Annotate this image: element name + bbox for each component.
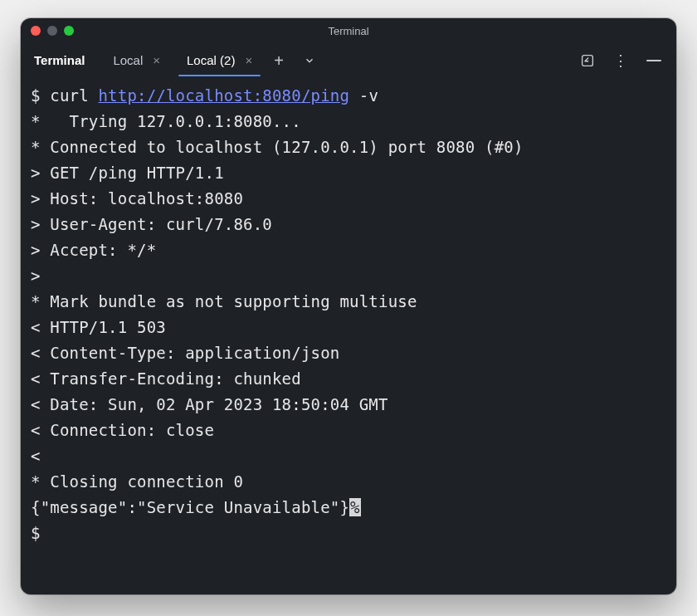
terminal-window: Terminal Terminal Local × Local (2) × + — [21, 18, 676, 594]
response-body: {"message":"Service Unavailable"} — [31, 498, 349, 516]
close-window-button[interactable] — [31, 26, 41, 36]
output-line: < HTTP/1.1 503 — [31, 318, 166, 336]
command-text: curl — [50, 86, 98, 105]
output-line: * Trying 127.0.0.1:8080... — [31, 112, 301, 130]
panel-icon — [580, 53, 595, 68]
output-line: * Closing connection 0 — [31, 472, 243, 491]
chevron-down-icon — [304, 55, 315, 66]
window-controls-right: ⋮ — [580, 53, 668, 68]
prompt: $ — [31, 86, 50, 105]
output-line: > GET /ping HTTP/1.1 — [31, 164, 224, 182]
prompt: $ — [31, 524, 41, 542]
output-line: < Content-Type: application/json — [31, 344, 339, 362]
tab-local-2[interactable]: Local (2) × — [173, 46, 262, 76]
output-line: * Connected to localhost (127.0.0.1) por… — [31, 138, 524, 156]
output-line: > User-Agent: curl/7.86.0 — [31, 215, 272, 233]
traffic-lights — [31, 26, 74, 36]
command-flags: -v — [349, 86, 378, 105]
close-icon[interactable]: × — [151, 54, 162, 66]
close-icon[interactable]: × — [243, 54, 254, 66]
output-line: > — [31, 266, 41, 285]
panel-toggle-button[interactable] — [580, 53, 595, 68]
minimize-window-button[interactable] — [47, 26, 57, 36]
new-tab-button[interactable]: + — [266, 49, 292, 72]
no-newline-indicator: % — [349, 498, 361, 516]
svg-rect-0 — [582, 56, 593, 66]
tab-label: Local (2) — [187, 53, 235, 67]
output-line: < Transfer-Encoding: chunked — [31, 369, 301, 388]
terminal-dropdown[interactable]: Terminal — [29, 46, 96, 76]
output-line: > Host: localhost:8080 — [31, 189, 243, 208]
output-line: < Date: Sun, 02 Apr 2023 18:50:04 GMT — [31, 395, 388, 413]
command-url: http://localhost:8080/ping — [98, 86, 349, 105]
window-titlebar: Terminal — [21, 18, 676, 43]
minus-icon — [646, 60, 661, 61]
output-line: * Mark bundle as not supporting multiuse — [31, 292, 417, 310]
tab-menu-button[interactable] — [295, 51, 324, 70]
window-title: Terminal — [21, 25, 676, 37]
tab-local-1[interactable]: Local × — [100, 46, 170, 76]
kebab-icon: ⋮ — [613, 53, 628, 68]
more-options-button[interactable]: ⋮ — [613, 53, 628, 68]
output-line: > Accept: */* — [31, 241, 156, 259]
terminal-output[interactable]: $ curl http://localhost:8080/ping -v * T… — [21, 78, 676, 594]
tab-label: Local — [113, 53, 143, 67]
collapse-button[interactable] — [646, 60, 661, 61]
zoom-window-button[interactable] — [64, 26, 74, 36]
output-line: < Connection: close — [31, 421, 214, 439]
output-line: < — [31, 447, 41, 465]
tab-bar: Terminal Local × Local (2) × + ⋮ — [21, 43, 676, 78]
